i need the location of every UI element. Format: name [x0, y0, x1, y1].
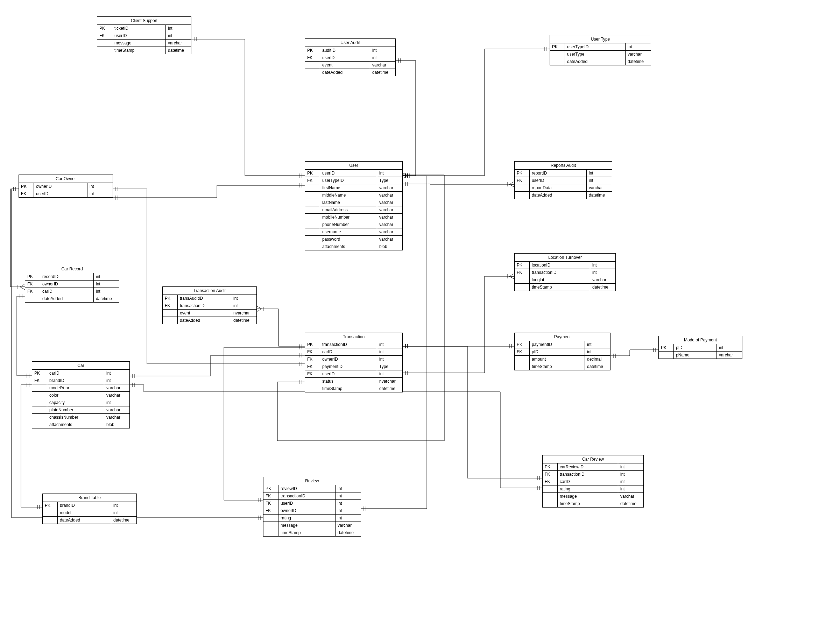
type-cell: datetime	[94, 295, 119, 303]
key-cell	[305, 221, 320, 229]
name-cell: pName	[674, 351, 717, 359]
key-cell	[305, 229, 320, 236]
key-cell: PK	[550, 43, 565, 51]
table-row: timeStampdatetime	[543, 500, 644, 508]
type-cell: varchar	[377, 236, 403, 243]
key-cell: FK	[515, 269, 530, 276]
key-cell: PK	[515, 262, 530, 269]
key-cell	[305, 385, 320, 393]
key-cell: FK	[305, 177, 320, 185]
type-cell: int	[166, 32, 191, 40]
name-cell: username	[320, 229, 377, 236]
entity-payment: PaymentPKpaymentIDintFKpIDintamountdecim…	[514, 333, 611, 370]
type-cell: datetime	[335, 529, 361, 537]
table-row: FKtransactionIDint	[163, 302, 257, 310]
table-row: PKuserIDint	[305, 170, 402, 177]
name-cell: brandID	[58, 502, 111, 509]
key-cell: FK	[305, 54, 320, 62]
key-cell	[305, 199, 320, 207]
type-cell: int	[585, 348, 611, 356]
name-cell: modelYear	[47, 384, 104, 392]
entity-title: Transaction	[305, 333, 402, 341]
entity-columns: PKreviewIDintFKtransactionIDintFKuserIDi…	[263, 485, 361, 536]
name-cell: carID	[40, 288, 94, 295]
table-row: FKuserIDint	[515, 177, 612, 185]
entity-mode_of_payment: Mode of PaymentPKpIDintpNamevarchar	[658, 336, 743, 359]
type-cell: int	[587, 170, 612, 177]
table-row: phoneNumbervarchar	[305, 221, 402, 229]
type-cell: int	[231, 295, 257, 302]
key-cell	[543, 500, 558, 508]
table-row: PKuserTypeIDint	[550, 43, 651, 51]
key-cell	[543, 486, 558, 493]
key-cell	[263, 522, 279, 529]
name-cell: userID	[112, 32, 166, 40]
name-cell: timeStamp	[530, 284, 590, 291]
entity-title: Client Support	[97, 17, 191, 25]
entity-columns: PKuserIDintFKuserTypeIDTypefirstNamevarc…	[305, 170, 402, 250]
type-cell: int	[335, 515, 361, 522]
name-cell: event	[178, 310, 231, 317]
entity-reports_audit: Reports AuditPKreportIDintFKuserIDintrep…	[514, 161, 612, 199]
key-cell: PK	[32, 370, 47, 377]
entity-columns: PKpaymentIDintFKpIDintamountdecimaltimeS…	[515, 341, 610, 370]
name-cell: carID	[320, 348, 377, 356]
name-cell: ownerID	[279, 507, 335, 515]
name-cell: transactionID	[320, 341, 377, 348]
key-cell: PK	[19, 183, 34, 190]
entity-car_owner: Car OwnerPKownerIDintFKuserIDint	[19, 174, 113, 198]
type-cell: int	[377, 370, 403, 378]
table-row: FKtransactionIDint	[263, 493, 361, 500]
entity-title: Car Record	[25, 265, 119, 273]
type-cell: int	[166, 25, 191, 32]
connector-line	[113, 189, 305, 364]
type-cell: datetime	[166, 47, 191, 54]
svg-line-6	[403, 173, 407, 176]
entity-title: Car Owner	[19, 175, 113, 183]
table-row: attachmentsblob	[32, 421, 130, 428]
name-cell: dateAdded	[178, 317, 231, 324]
type-cell: varchar	[377, 221, 403, 229]
type-cell: blob	[104, 421, 130, 428]
name-cell: timeStamp	[530, 363, 585, 370]
table-row: userTypevarchar	[550, 51, 651, 58]
key-cell	[305, 207, 320, 214]
name-cell: pID	[530, 348, 585, 356]
type-cell: int	[370, 54, 396, 62]
key-cell	[32, 392, 47, 399]
type-cell: varchar	[377, 214, 403, 221]
key-cell: FK	[97, 32, 112, 40]
type-cell: varchar	[377, 229, 403, 236]
name-cell: attachments	[320, 243, 377, 251]
type-cell: datetime	[231, 317, 257, 324]
entity-columns: PKticketIDintFKuserIDintmessagevarcharti…	[97, 25, 191, 54]
name-cell: userTypeID	[565, 43, 626, 51]
name-cell: dateAdded	[565, 58, 626, 65]
entity-location_turnover: Location TurnoverPKlocationIDintFKtransa…	[514, 253, 616, 291]
name-cell: longlat	[530, 276, 590, 284]
type-cell: int	[104, 399, 130, 406]
name-cell: color	[47, 392, 104, 399]
key-cell: PK	[97, 25, 112, 32]
type-cell: int	[618, 478, 644, 486]
connector-line	[191, 39, 305, 176]
type-cell: int	[335, 507, 361, 515]
type-cell: Type	[377, 177, 403, 185]
entity-columns: PKreportIDintFKuserIDintreportDatavarcha…	[515, 170, 612, 199]
name-cell: lastName	[320, 199, 377, 207]
type-cell: blob	[377, 243, 403, 251]
key-cell	[305, 62, 320, 69]
key-cell	[163, 310, 178, 317]
name-cell: message	[112, 40, 166, 47]
table-row: capacityint	[32, 399, 130, 406]
type-cell: varchar	[104, 406, 130, 414]
name-cell: carID	[558, 478, 618, 486]
key-cell: FK	[305, 348, 320, 356]
connector-line	[12, 189, 263, 518]
key-cell: PK	[659, 344, 674, 351]
key-cell	[32, 406, 47, 414]
table-row: eventnvarchar	[163, 310, 257, 317]
key-cell	[659, 351, 674, 359]
key-cell	[515, 185, 530, 192]
type-cell: varchar	[377, 207, 403, 214]
